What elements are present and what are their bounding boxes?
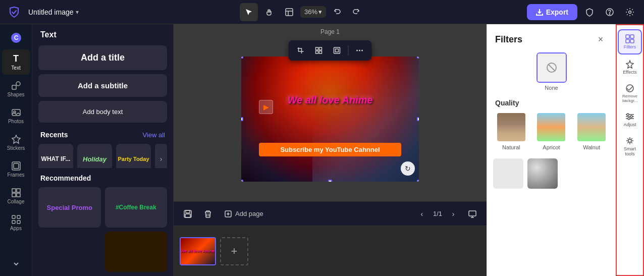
undo-button[interactable] xyxy=(328,3,346,21)
svg-point-2 xyxy=(609,14,610,14)
add-page-button[interactable]: Add page xyxy=(220,208,267,220)
sidebar-item-collage[interactable]: Collage xyxy=(2,184,30,208)
filter-apricot-label: Apricot xyxy=(543,144,560,150)
recommended-item-3[interactable] xyxy=(38,232,101,272)
svg-point-47 xyxy=(628,139,631,142)
float-grid-button[interactable] xyxy=(312,43,326,58)
svg-rect-38 xyxy=(626,39,629,43)
shield-button[interactable] xyxy=(581,4,598,20)
prev-page-button[interactable]: ‹ xyxy=(415,207,429,221)
sidebar-item-stickers[interactable]: Stickers xyxy=(2,130,30,155)
float-more-button[interactable] xyxy=(353,43,367,58)
sidebar-item-collapse[interactable] xyxy=(2,256,30,272)
right-sidebar-item-remove-bg[interactable]: Remove backgr... xyxy=(618,80,642,107)
settings-button[interactable] xyxy=(622,4,638,20)
view-all-button[interactable]: View all xyxy=(142,131,165,139)
add-title-button[interactable]: Add a title xyxy=(38,45,167,70)
page-indicator: 1/1 xyxy=(433,210,442,217)
filter-walnut[interactable]: Walnut xyxy=(573,112,610,150)
filter-natural[interactable]: Natural xyxy=(493,112,529,150)
right-sidebar-effects-label: Effects xyxy=(623,70,636,75)
sidebar-item-text[interactable]: T Text xyxy=(2,49,30,75)
filename-area[interactable]: Untitled image ▾ xyxy=(28,8,79,16)
recommended-label: Recommended xyxy=(40,174,91,182)
svg-point-27 xyxy=(359,50,360,51)
sidebar-item-apps[interactable]: Apps xyxy=(2,210,30,235)
recent-item-party[interactable]: Party Today xyxy=(116,144,151,168)
save-page-button[interactable] xyxy=(180,206,196,222)
hand-tool-button[interactable] xyxy=(260,3,278,21)
recommended-item-coffee-break[interactable]: #Coffee Break xyxy=(105,187,168,228)
recents-next-button[interactable]: › xyxy=(155,144,167,168)
right-sidebar-item-filters[interactable]: Filters xyxy=(618,29,642,54)
float-crop-button[interactable] xyxy=(294,43,308,58)
add-page-thumbnail-button[interactable]: + xyxy=(220,237,248,265)
svg-rect-22 xyxy=(316,51,318,53)
layout-tool-button[interactable] xyxy=(280,3,298,21)
recents-section-header: Recents View all xyxy=(32,125,173,142)
recent-item-what-if[interactable]: WHAT IF... xyxy=(38,144,73,168)
app-logo[interactable] xyxy=(6,4,22,20)
svg-rect-18 xyxy=(12,220,15,224)
canvas-sub-text: Subscribe my YouTube Cahnnel xyxy=(259,143,401,156)
add-body-button[interactable]: Add body text xyxy=(38,101,167,123)
svg-point-28 xyxy=(361,50,363,51)
filter-placeholder-2[interactable] xyxy=(527,158,558,189)
bottom-bar: Add page ‹ 1/1 › xyxy=(174,201,487,226)
right-sidebar-item-effects[interactable]: Effects xyxy=(618,56,642,79)
svg-point-40 xyxy=(626,85,633,92)
canvas-refresh-button[interactable]: ↻ xyxy=(401,161,415,176)
select-tool-button[interactable] xyxy=(240,3,258,21)
svg-rect-36 xyxy=(626,35,629,38)
add-subtitle-button[interactable]: Add a subtitle xyxy=(38,74,167,97)
svg-text:C: C xyxy=(14,34,18,41)
right-sidebar-remove-bg-label: Remove backgr... xyxy=(620,94,640,103)
canvas-scroll[interactable]: Page 1 xyxy=(174,24,487,201)
right-sidebar-filters-label: Filters xyxy=(624,44,636,49)
right-sidebar-item-adjust[interactable]: Adjust xyxy=(618,108,642,131)
right-sidebar-item-smart-tools[interactable]: Smart tools xyxy=(618,132,642,160)
zoom-control[interactable]: 36% ▾ xyxy=(300,6,326,18)
float-frame-button[interactable] xyxy=(330,43,344,58)
svg-rect-14 xyxy=(12,193,16,197)
recommended-item-special-promo[interactable]: Special Promo xyxy=(38,187,101,228)
delete-page-button[interactable] xyxy=(200,206,216,222)
svg-rect-0 xyxy=(286,9,293,16)
filename-text: Untitled image xyxy=(28,8,74,16)
svg-point-45 xyxy=(630,116,632,118)
filter-natural-label: Natural xyxy=(502,144,520,150)
next-page-button[interactable]: › xyxy=(446,207,460,221)
export-button[interactable]: Export xyxy=(527,4,577,20)
filter-none[interactable]: None xyxy=(493,52,610,91)
sidebar-item-shapes[interactable]: Shapes xyxy=(2,77,30,101)
canvas-main-text: We all love Anime xyxy=(288,94,373,106)
present-button[interactable] xyxy=(464,206,480,222)
play-button[interactable]: ▶ xyxy=(259,100,273,114)
filter-apricot[interactable]: Apricot xyxy=(533,112,570,150)
thumbnail-strip: We all love Anime 1 + xyxy=(174,226,487,276)
filters-title: Filters xyxy=(495,34,522,45)
recent-item-holiday[interactable]: Holiday xyxy=(77,144,112,168)
svg-rect-31 xyxy=(185,214,190,217)
svg-point-26 xyxy=(356,50,358,51)
svg-point-3 xyxy=(629,11,631,13)
recents-label: Recents xyxy=(40,131,68,139)
svg-rect-21 xyxy=(319,47,322,50)
recommended-section-header: Recommended xyxy=(32,168,173,185)
help-button[interactable] xyxy=(602,4,618,20)
sidebar-item-frames[interactable]: Frames xyxy=(2,157,30,182)
filters-close-button[interactable]: × xyxy=(594,32,608,46)
quality-section-title: Quality xyxy=(487,95,616,110)
recommended-grid: Special Promo #Coffee Break xyxy=(32,185,173,276)
canvas-image[interactable]: ▶ We all love Anime Subscribe my YouTube… xyxy=(241,57,419,182)
svg-rect-33 xyxy=(469,211,476,216)
sidebar-item-photos[interactable]: Photos xyxy=(2,103,30,128)
redo-button[interactable] xyxy=(347,3,365,21)
top-bar: Untitled image ▾ 36% ▾ Export xyxy=(0,0,644,24)
toolbar-right: Export xyxy=(527,4,638,20)
recommended-item-4[interactable] xyxy=(105,232,168,272)
svg-point-7 xyxy=(16,82,20,86)
filter-placeholder-1[interactable] xyxy=(493,158,523,189)
sidebar-item-canva-logo[interactable]: C xyxy=(2,28,30,47)
thumbnail-1[interactable]: We all love Anime 1 xyxy=(180,237,216,265)
